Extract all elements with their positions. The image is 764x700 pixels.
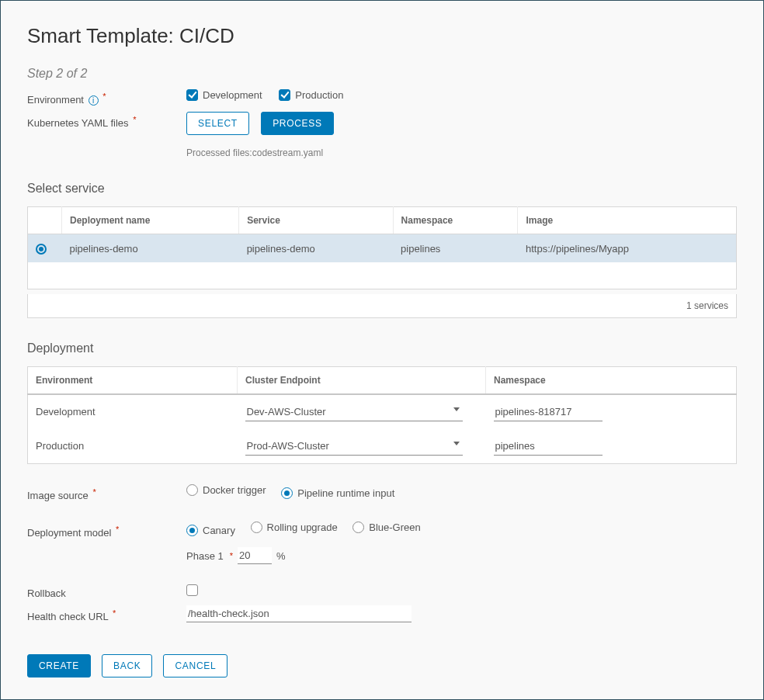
required-marker: * [102, 92, 106, 101]
checkbox-development[interactable]: Development [186, 89, 262, 101]
create-button[interactable]: CREATE [27, 654, 91, 677]
select-button[interactable]: SELECT [186, 112, 249, 135]
radio-icon [186, 525, 198, 536]
radio-blue-green[interactable]: Blue-Green [352, 522, 420, 533]
col-environment: Environment [28, 366, 238, 394]
phase-row: Phase 1 * % [186, 547, 737, 564]
radio-rolling-upgrade[interactable]: Rolling upgrade [251, 522, 338, 533]
section-select-service: Select service [27, 182, 737, 196]
phase-percent-input[interactable] [238, 547, 272, 564]
radio-label: Canary [203, 525, 235, 536]
radio-icon [352, 522, 364, 533]
radio-pipeline-runtime[interactable]: Pipeline runtime input [281, 487, 394, 499]
footer-actions: CREATE BACK CANCEL [27, 654, 737, 677]
col-namespace: Namespace [393, 207, 518, 234]
smart-template-wizard: Smart Template: CI/CD Step 2 of 2 Enviro… [0, 0, 764, 700]
row-health-check: Health check URL * [27, 605, 737, 622]
process-button[interactable]: PROCESS [261, 112, 334, 135]
checkbox-production[interactable]: Production [279, 89, 343, 101]
service-table: Deployment name Service Namespace Image … [27, 206, 737, 289]
radio-label: Pipeline runtime input [297, 487, 394, 499]
checkbox-label: Production [295, 89, 343, 101]
table-row-empty [28, 262, 737, 289]
radio-label: Rolling upgrade [267, 522, 338, 533]
chevron-down-icon [453, 442, 460, 445]
cell-deployment: pipelines-demo [62, 234, 239, 263]
back-button[interactable]: BACK [102, 654, 152, 677]
row-image-source: Image source * Docker trigger Pipeline r… [27, 484, 737, 501]
col-service: Service [239, 207, 393, 234]
row-deployment-model: Deployment model * Canary Rolling upgrad… [27, 522, 737, 564]
chevron-down-icon [453, 407, 460, 411]
col-cluster-endpoint: Cluster Endpoint [238, 366, 486, 394]
processed-files-note: Processed files:codestream.yaml [186, 147, 737, 158]
label-image-source: Image source * [27, 484, 186, 501]
checkbox-icon [186, 89, 198, 101]
col-image: Image [518, 207, 737, 234]
table-row: Production [28, 429, 737, 464]
cell-env: Production [28, 429, 238, 464]
percent-label: % [276, 550, 286, 562]
cell-service: pipelines-demo [239, 234, 393, 263]
table-row: Development [28, 394, 737, 429]
page-title: Smart Template: CI/CD [27, 24, 737, 48]
checkbox-label: Development [203, 89, 262, 101]
row-yaml-files: Kubernetes YAML files * SELECT PROCESS P… [27, 112, 737, 158]
label-deployment-model: Deployment model * [27, 522, 186, 539]
section-deployment: Deployment [27, 341, 737, 355]
radio-icon [251, 522, 262, 533]
service-table-footer: 1 services [27, 294, 737, 318]
cancel-button[interactable]: CANCEL [163, 654, 227, 677]
deployment-table: Environment Cluster Endpoint Namespace D… [27, 366, 737, 464]
health-check-input[interactable] [186, 605, 412, 622]
radio-label: Docker trigger [203, 484, 266, 496]
label-environment: Environment i * [27, 88, 186, 106]
cluster-endpoint-value[interactable] [245, 437, 463, 456]
label-health-check: Health check URL * [27, 605, 186, 622]
namespace-input[interactable] [494, 403, 603, 421]
radio-icon [281, 487, 293, 499]
required-marker: * [113, 608, 116, 618]
col-deployment-name: Deployment name [62, 207, 239, 234]
checkbox-rollback[interactable] [186, 584, 198, 596]
radio-label: Blue-Green [369, 522, 420, 533]
row-rollback: Rollback [27, 584, 737, 599]
radio-canary[interactable]: Canary [186, 525, 235, 536]
row-radio-selected[interactable] [36, 244, 47, 255]
phase-label: Phase 1 [186, 550, 224, 562]
namespace-input[interactable] [494, 437, 603, 456]
table-row[interactable]: pipelines-demo pipelines-demo pipelines … [28, 234, 737, 263]
row-environment: Environment i * Development Production [27, 88, 737, 106]
required-marker: * [230, 551, 233, 560]
col-namespace: Namespace [486, 366, 737, 394]
required-marker: * [116, 525, 119, 534]
checkbox-icon [279, 89, 290, 101]
cell-image: https://pipelines/Myapp [518, 234, 737, 263]
cluster-endpoint-select[interactable] [245, 403, 463, 421]
step-indicator: Step 2 of 2 [27, 67, 737, 81]
cell-env: Development [28, 394, 238, 429]
required-marker: * [133, 115, 136, 124]
label-yaml-files: Kubernetes YAML files * [27, 112, 186, 129]
info-icon[interactable]: i [89, 95, 99, 106]
radio-docker-trigger[interactable]: Docker trigger [186, 484, 266, 496]
required-marker: * [92, 487, 96, 497]
cell-namespace: pipelines [393, 234, 518, 263]
cluster-endpoint-select[interactable] [245, 437, 463, 456]
cluster-endpoint-value[interactable] [245, 403, 463, 421]
radio-icon [186, 484, 198, 496]
label-rollback: Rollback [27, 584, 186, 599]
